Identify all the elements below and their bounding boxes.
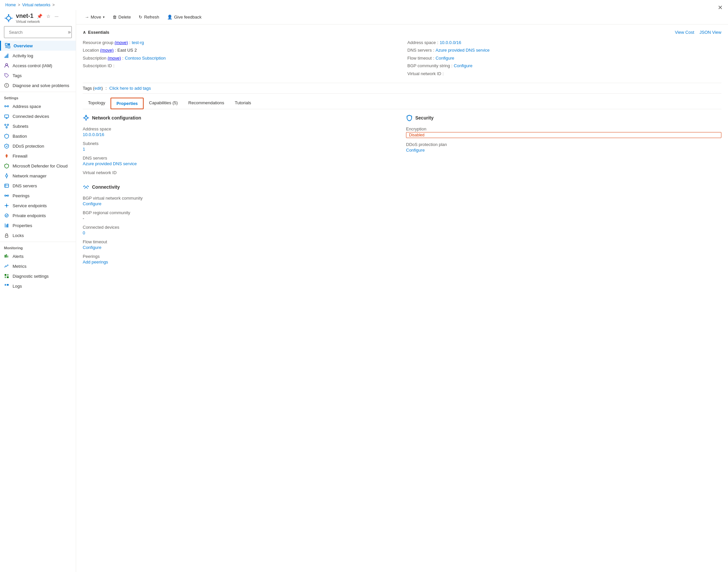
ddos-icon (4, 143, 9, 149)
nav-address-space[interactable]: Address space (0, 101, 76, 111)
delete-icon: 🗑 (112, 14, 117, 19)
svg-rect-52 (6, 254, 7, 258)
svg-point-20 (6, 74, 6, 75)
close-button[interactable]: ✕ (718, 10, 723, 11)
collapse-essentials-icon[interactable]: ∧ (83, 30, 86, 35)
nav-dns-servers[interactable]: DNS servers (0, 181, 76, 191)
svg-point-5 (8, 14, 9, 15)
nav-bastion[interactable]: Bastion (0, 131, 76, 141)
nav-alerts[interactable]: Alerts (0, 251, 76, 261)
move-button[interactable]: → Move ▾ (81, 13, 108, 21)
svg-point-24 (5, 105, 6, 107)
nav-firewall[interactable]: Firewall (0, 151, 76, 161)
sub-move-link[interactable]: (move) (107, 56, 121, 61)
svg-rect-54 (5, 274, 6, 276)
prop-address-space: Address space 10.0.0.0/16 (83, 127, 398, 137)
prop-add-peerings-link[interactable]: Add peerings (83, 260, 398, 265)
feedback-button[interactable]: 👤 Give feedback (164, 13, 205, 21)
connectivity-title: Connectivity (92, 185, 120, 190)
nav-metrics[interactable]: Metrics (0, 261, 76, 271)
svg-point-60 (85, 117, 87, 119)
tab-recommendations[interactable]: Recommendations (183, 98, 229, 109)
prop-subnets: Subnets 1 (83, 141, 398, 152)
tags-add-link[interactable]: Click here to add tags (109, 86, 151, 91)
nav-properties[interactable]: Properties (0, 220, 76, 230)
refresh-button[interactable]: ↻ Refresh (135, 13, 162, 21)
more-button[interactable]: ··· (54, 13, 59, 19)
nav-locks[interactable]: Locks (0, 230, 76, 240)
nav-service-endpoints[interactable]: Service endpoints (0, 201, 76, 211)
properties-icon (4, 223, 9, 228)
breadcrumb-vnet[interactable]: Virtual networks (22, 3, 50, 7)
sub-value-link[interactable]: Contoso Subscription (125, 56, 166, 61)
collapse-button[interactable]: » (67, 28, 72, 37)
essentials-title-text: Essentials (88, 30, 109, 35)
svg-rect-12 (8, 43, 10, 45)
prop-dns-link[interactable]: Azure provided DNS service (83, 161, 398, 166)
flow-configure-link[interactable]: Configure (435, 56, 454, 61)
nav-peerings[interactable]: Peerings (0, 191, 76, 201)
resource-name: vnet-1 (16, 13, 33, 19)
prop-devices-link[interactable]: 0 (83, 230, 398, 235)
nav-activity-log[interactable]: Activity log (0, 51, 76, 61)
nav-private-endpoints[interactable]: Private endpoints (0, 211, 76, 220)
tab-topology[interactable]: Topology (83, 98, 110, 109)
essentials-row-subscription: Subscription (move) : Contoso Subscripti… (83, 54, 397, 62)
tags-row: Tags (edit) : Click here to add tags (83, 83, 721, 94)
nav-defender[interactable]: Microsoft Defender for Cloud (0, 161, 76, 171)
delete-button[interactable]: 🗑 Delete (109, 13, 134, 21)
prop-peerings: Peerings Add peerings (83, 254, 398, 265)
essentials-grid: Resource group (move) : test-rg Location… (83, 39, 721, 77)
breadcrumb-home[interactable]: Home (5, 3, 16, 7)
svg-point-62 (85, 120, 87, 121)
view-cost-link[interactable]: View Cost (675, 30, 694, 35)
prop-subnets-link[interactable]: 1 (83, 147, 398, 152)
nav-diagnose[interactable]: Diagnose and solve problems (0, 80, 76, 90)
svg-rect-56 (5, 276, 6, 278)
nav-connected-devices[interactable]: Connected devices (0, 111, 76, 121)
prop-addr-link[interactable]: 10.0.0.0/16 (83, 132, 398, 137)
prop-flow-link[interactable]: Configure (83, 245, 398, 250)
nav-network-manager[interactable]: Network manager (0, 171, 76, 181)
search-input[interactable] (9, 30, 65, 35)
resource-subtitle: Virtual network (16, 19, 59, 23)
json-view-link[interactable]: JSON View (700, 30, 721, 35)
addr-value-link[interactable]: 10.0.0.0/16 (440, 40, 461, 45)
tab-tutorials[interactable]: Tutorials (229, 98, 256, 109)
prop-bgp-configure-link[interactable]: Configure (83, 201, 398, 206)
pin-button[interactable]: 📌 (36, 13, 43, 19)
svg-rect-13 (5, 46, 7, 48)
svg-point-45 (6, 205, 7, 206)
nav-logs[interactable]: Logs (0, 281, 76, 291)
rg-value-link[interactable]: test-rg (132, 40, 144, 45)
tab-capabilities[interactable]: Capabilities (5) (144, 98, 183, 109)
svg-rect-15 (5, 57, 5, 58)
nav-ddos[interactable]: DDoS protection (0, 141, 76, 151)
nav-tags[interactable]: Tags (0, 71, 76, 80)
logs-icon (4, 283, 9, 289)
nav-subnets[interactable]: Subnets (0, 121, 76, 131)
svg-point-0 (7, 16, 11, 20)
dns-value-link[interactable]: Azure provided DNS service (435, 48, 489, 53)
favorite-button[interactable]: ☆ (46, 13, 51, 19)
svg-rect-17 (7, 55, 7, 58)
bgp-configure-link[interactable]: Configure (454, 63, 472, 68)
nav-iam[interactable]: Access control (IAM) (0, 61, 76, 71)
tags-edit-link[interactable]: edit (94, 86, 101, 91)
svg-point-61 (85, 115, 87, 116)
firewall-icon (4, 153, 9, 158)
locks-icon (4, 233, 9, 238)
nav-overview[interactable]: Overview (0, 41, 76, 51)
prop-encryption: Encryption Disabled (406, 127, 721, 138)
defender-icon (4, 163, 9, 168)
location-move-link[interactable]: (move) (100, 48, 113, 53)
prop-ddos-configure-link[interactable]: Configure (406, 148, 721, 153)
essentials-row-flow: Flow timeout : Configure (407, 54, 721, 62)
address-icon (4, 103, 9, 109)
tab-properties[interactable]: Properties (110, 98, 144, 109)
svg-rect-59 (7, 284, 9, 286)
nav-diagnostic-settings[interactable]: Diagnostic settings (0, 271, 76, 281)
prop-bgp-community: BGP virtual network community Configure (83, 196, 398, 206)
rg-move-link[interactable]: (move) (114, 40, 128, 45)
properties-content: Network configuration Address space 10.0… (83, 115, 721, 269)
